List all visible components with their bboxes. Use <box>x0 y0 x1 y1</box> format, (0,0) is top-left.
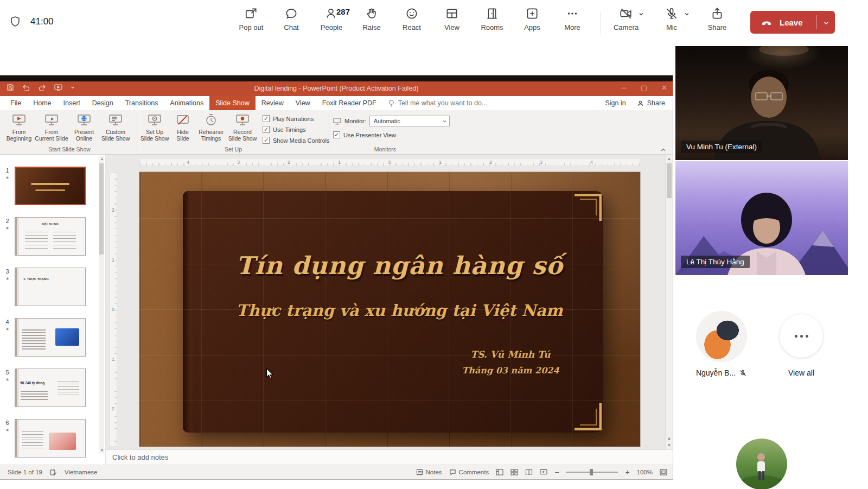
tab-slide-show[interactable]: Slide Show <box>209 96 256 110</box>
slide-sorter-view-button[interactable] <box>510 469 518 475</box>
pop-out-button[interactable]: Pop out <box>238 7 265 31</box>
tab-foxit[interactable]: Foxit Reader PDF <box>316 96 382 110</box>
apps-button[interactable]: Apps <box>519 7 546 31</box>
next-slide-icon[interactable]: ▼ <box>666 443 673 448</box>
mic-button[interactable]: Mic <box>652 7 691 31</box>
from-beginning-button[interactable]: From Beginning <box>3 110 35 142</box>
zoom-slider[interactable] <box>566 472 618 473</box>
participant-avatar[interactable] <box>696 311 747 362</box>
slideshow-view-button[interactable] <box>540 469 547 475</box>
previous-slide-icon[interactable]: ▲ <box>666 436 673 441</box>
collapse-ribbon-chevron-icon[interactable] <box>660 148 666 152</box>
mic-chevron-icon[interactable] <box>684 11 690 17</box>
rooms-label: Rooms <box>481 23 503 31</box>
use-presenter-view-checkbox[interactable]: ✓ Use Presenter View <box>333 131 396 138</box>
thumbnail-image[interactable]: 1. THỰC TRẠNG <box>15 268 86 306</box>
leave-chevron-icon[interactable] <box>822 20 830 26</box>
slide-thumbnail-4[interactable]: 4★ <box>0 318 105 357</box>
rooms-button[interactable]: Rooms <box>478 7 506 31</box>
zoom-slider-thumb[interactable] <box>590 469 593 475</box>
tab-animations[interactable]: Animations <box>164 96 209 110</box>
reading-view-button[interactable] <box>525 469 533 475</box>
minimize-button[interactable]: ─ <box>622 84 627 92</box>
close-button[interactable]: ✕ <box>661 84 667 92</box>
zoom-in-icon[interactable]: + <box>625 468 629 477</box>
slide-thumbnail-2[interactable]: 2★ NỘI DUNG <box>0 217 105 256</box>
tell-me-box[interactable]: Tell me what you want to do... <box>382 96 493 110</box>
zoom-out-icon[interactable]: − <box>554 468 559 477</box>
group-separator <box>137 112 137 150</box>
hide-slide-button[interactable]: Hide Slide <box>170 110 195 142</box>
play-narrations-checkbox[interactable]: ✓ Play Narrations <box>263 115 330 122</box>
sign-in-link[interactable]: Sign in <box>605 99 626 107</box>
leave-button[interactable]: Leave <box>750 11 835 34</box>
slide-canvas[interactable]: Tín dụng ngân hàng số Thực trạng và xu h… <box>139 172 640 447</box>
tab-review[interactable]: Review <box>256 96 290 110</box>
chat-button[interactable]: Chat <box>278 7 305 31</box>
custom-slide-show-button[interactable]: Custom Slide Show <box>100 110 131 142</box>
scroll-up-icon[interactable]: ▲ <box>100 157 104 161</box>
thumbnail-image[interactable] <box>15 419 86 458</box>
ribbon-label: Custom Slide Show <box>100 129 131 142</box>
slide-thumbnail-5[interactable]: 5★ 98.748 tỷ đồng <box>0 369 105 407</box>
language-indicator[interactable]: Vietnamese <box>65 469 98 475</box>
thumbnail-image[interactable]: 98.748 tỷ đồng <box>15 369 86 407</box>
raise-hand-button[interactable]: Raise <box>358 7 385 31</box>
view-button[interactable]: View <box>438 7 465 31</box>
from-current-slide-button[interactable]: From Current Slide <box>35 110 68 142</box>
slide-thumbnail-6[interactable]: 6★ <box>0 419 105 458</box>
camera-chevron-icon[interactable] <box>638 11 644 17</box>
restore-button[interactable]: ▢ <box>641 84 647 92</box>
ppt-share-button[interactable]: Share <box>637 99 665 107</box>
people-button[interactable]: 287 People <box>318 7 345 31</box>
vertical-scrollbar[interactable]: ▲ ▲ ▼ <box>665 155 673 449</box>
scrollbar-thumb[interactable] <box>667 163 672 198</box>
react-button[interactable]: React <box>398 7 425 31</box>
scroll-up-icon[interactable]: ▲ <box>666 156 673 161</box>
spell-check-button[interactable] <box>50 469 57 476</box>
set-up-slide-show-button[interactable]: Set Up Slide Show <box>139 110 170 142</box>
comments-toggle[interactable]: Comments <box>449 469 489 475</box>
thumbnail-image[interactable] <box>15 167 86 205</box>
thumbnail-image[interactable] <box>15 318 86 357</box>
tab-file[interactable]: File <box>4 96 27 110</box>
video-tile-2[interactable]: Lê Thị Thúy Hằng <box>675 161 848 275</box>
use-timings-checkbox[interactable]: ✓ Use Timings <box>263 126 330 133</box>
zoom-level[interactable]: 100% <box>637 469 653 475</box>
tab-insert[interactable]: Insert <box>58 96 86 110</box>
notes-placeholder: Click to add notes <box>112 453 168 461</box>
notes-pane[interactable]: Click to add notes <box>106 449 673 465</box>
camera-button[interactable]: Camera <box>607 7 646 31</box>
tab-transitions[interactable]: Transitions <box>119 96 164 110</box>
monitor-dropdown[interactable]: Automatic <box>369 116 450 126</box>
fit-to-window-button[interactable] <box>660 469 667 475</box>
video-tile-1[interactable]: Vu Minh Tu (External) <box>675 46 848 160</box>
normal-view-button[interactable] <box>496 469 503 475</box>
record-slide-show-button[interactable]: Record Slide Show <box>227 110 258 142</box>
tab-home[interactable]: Home <box>27 96 57 110</box>
notes-toggle[interactable]: Notes <box>416 469 442 475</box>
scroll-down-icon[interactable]: ▼ <box>100 448 104 452</box>
react-label: React <box>403 23 421 31</box>
tab-design[interactable]: Design <box>86 96 119 110</box>
present-online-button[interactable]: Present Online <box>68 110 100 142</box>
participants-panel: Vu Minh Tu (External) Lê Thị Thúy Hằng N… <box>675 46 848 489</box>
group-name-start: Start Slide Show <box>15 146 124 153</box>
rehearse-timings-button[interactable]: Rehearse Timings <box>195 110 227 142</box>
react-smiley-icon <box>405 7 419 21</box>
slide-thumbnail-3[interactable]: 3★ 1. THỰC TRẠNG <box>0 268 105 306</box>
thumbnail-image[interactable]: NỘI DUNG <box>15 217 86 256</box>
more-button[interactable]: More <box>559 7 586 31</box>
scrollbar-thumb[interactable] <box>99 163 104 255</box>
view-all-button[interactable] <box>780 314 823 358</box>
slide-thumbnail-1[interactable]: 1★ <box>0 167 105 205</box>
thumbnail-scrollbar[interactable]: ▲ ▼ <box>99 156 104 453</box>
window-title: Digital lending - PowerPoint (Product Ac… <box>0 85 673 92</box>
share-button[interactable]: Share <box>698 7 737 31</box>
tab-view[interactable]: View <box>290 96 316 110</box>
slide-edit-area: 432101234 21012 Tín dụng ngân hàng số Th… <box>106 155 673 449</box>
mic-muted-icon <box>739 369 747 377</box>
horizontal-ruler: 432101234 <box>139 158 640 166</box>
show-media-controls-checkbox[interactable]: ✓ Show Media Controls <box>263 137 330 144</box>
participant-avatar[interactable] <box>736 439 787 489</box>
